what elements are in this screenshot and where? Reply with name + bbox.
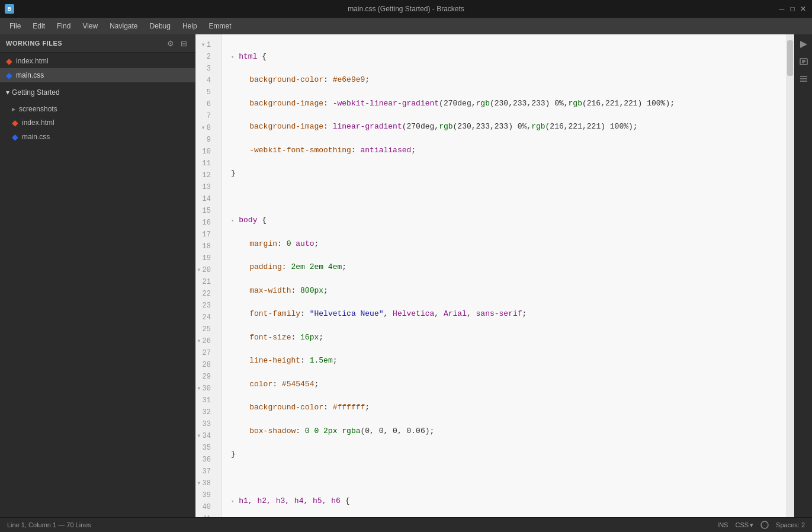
menubar: File Edit Find View Navigate Debug Help … bbox=[0, 18, 812, 34]
code-line-13: font-size: 16px; bbox=[231, 332, 786, 344]
app-icon: B bbox=[5, 4, 14, 14]
code-editor[interactable]: 1 2 3 4 5 6 7 8 9 10 11 12 13 14 15 16 1… bbox=[195, 34, 794, 517]
working-files-icons: ⚙ ⊟ bbox=[165, 38, 189, 49]
code-line-15: color: #545454; bbox=[231, 379, 786, 390]
code-line-12: font-family: "Helvetica Neue", Helvetica… bbox=[231, 308, 786, 320]
right-sidebar bbox=[794, 34, 812, 517]
css-icon: ◆ bbox=[6, 70, 12, 80]
menu-file[interactable]: File bbox=[5, 20, 25, 33]
menu-view[interactable]: View bbox=[78, 20, 102, 33]
css-tree-icon: ◆ bbox=[12, 132, 18, 142]
code-line-18: } bbox=[231, 448, 786, 460]
sidebar: Working Files ⚙ ⊟ ◆ index.html ◆ main.cs… bbox=[0, 34, 195, 517]
tree-index-html-name: index.html bbox=[22, 118, 54, 127]
tree-main-css-name: main.css bbox=[22, 133, 50, 141]
statusbar: Line 1, Column 1 — 70 Lines INS CSS ▾ Sp… bbox=[0, 517, 812, 532]
project-name: Getting Started bbox=[12, 88, 60, 97]
html-tree-icon: ◆ bbox=[12, 118, 18, 127]
line-numbers: 1 2 3 4 5 6 7 8 9 10 11 12 13 14 15 16 1… bbox=[195, 34, 222, 517]
main-area: Working Files ⚙ ⊟ ◆ index.html ◆ main.cs… bbox=[0, 34, 812, 517]
project-section: ▾ Getting Started ▶ screenshots ◆ index.… bbox=[0, 84, 195, 517]
code-line-11: max-width: 800px; bbox=[231, 285, 786, 297]
tree-item-screenshots[interactable]: ▶ screenshots bbox=[0, 102, 195, 116]
lang-label: CSS bbox=[735, 521, 749, 528]
statusbar-circle bbox=[760, 521, 769, 529]
working-file-index-html[interactable]: ◆ index.html bbox=[0, 54, 195, 68]
titlebar: B main.css (Getting Started) - Brackets … bbox=[0, 0, 812, 18]
close-button[interactable]: ✕ bbox=[799, 5, 807, 13]
statusbar-ins: INS bbox=[717, 521, 728, 528]
code-line-7 bbox=[231, 191, 786, 203]
scrollbar-thumb[interactable] bbox=[787, 40, 793, 76]
menu-navigate[interactable]: Navigate bbox=[105, 20, 142, 33]
working-files-list: ◆ index.html ◆ main.css bbox=[0, 53, 195, 84]
folder-screenshots-name: screenshots bbox=[19, 105, 57, 113]
code-line-6: } bbox=[231, 168, 786, 180]
working-file-index-html-name: index.html bbox=[16, 57, 49, 65]
code-line-9: margin: 0 auto; bbox=[231, 238, 786, 250]
svg-point-7 bbox=[761, 521, 768, 528]
statusbar-lang[interactable]: CSS ▾ bbox=[735, 521, 753, 529]
code-line-8: ▾ body { bbox=[231, 214, 786, 226]
editor-area: 1 2 3 4 5 6 7 8 9 10 11 12 13 14 15 16 1… bbox=[195, 34, 794, 517]
ins-mode: INS bbox=[717, 521, 728, 528]
menu-debug[interactable]: Debug bbox=[145, 20, 175, 33]
code-line-10: padding: 2em 2em 4em; bbox=[231, 261, 786, 273]
maximize-button[interactable]: □ bbox=[788, 5, 797, 13]
code-line-5: -webkit-font-smoothing: antialiased; bbox=[231, 145, 786, 156]
html-icon: ◆ bbox=[6, 56, 12, 66]
code-line-2: background-color: #e6e9e9; bbox=[231, 74, 786, 86]
working-files-settings-icon[interactable]: ⚙ bbox=[165, 38, 176, 49]
minimize-button[interactable]: ─ bbox=[778, 5, 786, 13]
working-file-main-css-name: main.css bbox=[16, 71, 44, 79]
statusbar-right: INS CSS ▾ Spaces: 2 bbox=[717, 521, 805, 529]
extract-button[interactable] bbox=[797, 55, 811, 69]
project-tree: ▶ screenshots ◆ index.html ◆ main.css bbox=[0, 101, 195, 145]
window-controls: ─ □ ✕ bbox=[778, 5, 807, 13]
code-line-4: background-image: linear-gradient(270deg… bbox=[231, 121, 786, 133]
code-line-1: ▾ html { bbox=[231, 51, 786, 63]
working-files-header: Working Files ⚙ ⊟ bbox=[0, 34, 195, 53]
statusbar-spaces: Spaces: 2 bbox=[776, 521, 805, 528]
menu-edit[interactable]: Edit bbox=[28, 20, 50, 33]
tree-item-index-html[interactable]: ◆ index.html bbox=[0, 116, 195, 130]
cursor-position: Line 1, Column 1 bbox=[7, 521, 56, 528]
spaces-label: Spaces: 2 bbox=[776, 521, 805, 528]
menu-emmet[interactable]: Emmet bbox=[204, 20, 236, 33]
working-file-main-css[interactable]: ◆ main.css bbox=[0, 68, 195, 82]
code-line-16: background-color: #ffffff; bbox=[231, 402, 786, 414]
code-line-14: line-height: 1.5em; bbox=[231, 355, 786, 367]
tree-item-main-css[interactable]: ◆ main.css bbox=[0, 130, 195, 144]
status-circle-icon bbox=[760, 521, 769, 529]
project-chevron: ▾ bbox=[6, 88, 9, 97]
menu-help[interactable]: Help bbox=[178, 20, 202, 33]
line-count: 70 Lines bbox=[66, 521, 91, 528]
code-line-20: ▾ h1, h2, h3, h4, h5, h6 { bbox=[231, 495, 786, 507]
working-files-title: Working Files bbox=[6, 40, 62, 47]
file-tree-button[interactable] bbox=[797, 72, 811, 86]
language-selector[interactable]: CSS ▾ bbox=[735, 521, 753, 529]
code-line-19 bbox=[231, 472, 786, 484]
live-preview-button[interactable] bbox=[797, 37, 811, 52]
code-content[interactable]: ▾ html { background-color: #e6e9e9; back… bbox=[222, 34, 786, 517]
statusbar-separator: — bbox=[58, 521, 65, 528]
editor-scrollbar[interactable] bbox=[786, 34, 794, 517]
code-line-3: background-image: -webkit-linear-gradien… bbox=[231, 98, 786, 110]
folder-arrow-icon: ▶ bbox=[12, 107, 15, 112]
working-files-split-icon[interactable]: ⊟ bbox=[178, 38, 189, 49]
window-title: main.css (Getting Started) - Brackets bbox=[348, 5, 464, 13]
statusbar-position: Line 1, Column 1 — 70 Lines bbox=[7, 521, 91, 528]
code-line-17: box-shadow: 0 0 2px rgba(0, 0, 0, 0.06); bbox=[231, 425, 786, 437]
lang-chevron-icon: ▾ bbox=[750, 521, 753, 529]
menu-find[interactable]: Find bbox=[52, 20, 75, 33]
project-header[interactable]: ▾ Getting Started bbox=[0, 84, 195, 101]
